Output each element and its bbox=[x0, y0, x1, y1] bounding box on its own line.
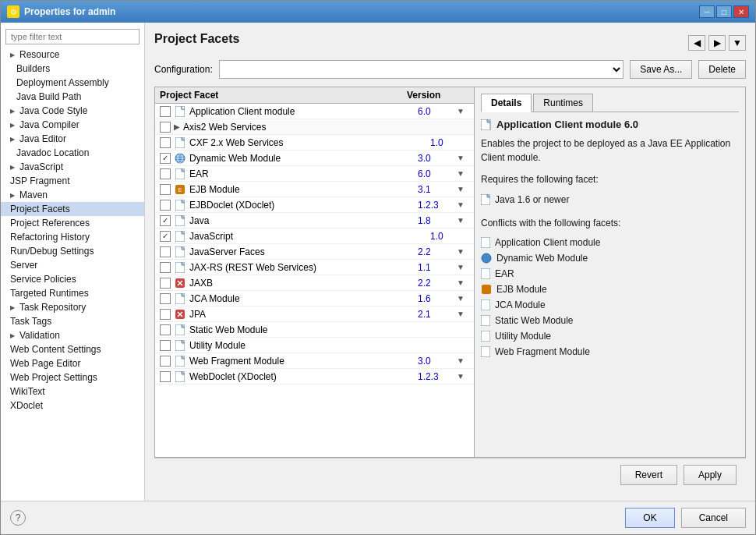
table-row[interactable]: E EJB Module 3.1 ▼ bbox=[155, 182, 474, 197]
facet-checkbox-utility[interactable] bbox=[160, 340, 171, 351]
cancel-button[interactable]: Cancel bbox=[681, 508, 746, 528]
table-row[interactable]: JAXB 2.2 ▼ bbox=[155, 275, 474, 291]
table-row[interactable]: EJBDoclet (XDoclet) 1.2.3 ▼ bbox=[155, 197, 474, 213]
sidebar-item-javascript[interactable]: JavaScript bbox=[1, 160, 144, 174]
facet-checkbox-javascript[interactable] bbox=[160, 231, 171, 242]
svg-rect-49 bbox=[481, 315, 490, 326]
facet-checkbox-jaxrs[interactable] bbox=[160, 262, 171, 273]
sidebar-item-service-policies[interactable]: Service Policies bbox=[1, 272, 144, 286]
filter-input[interactable] bbox=[5, 29, 140, 44]
sidebar-item-java-build-path[interactable]: Java Build Path bbox=[1, 90, 144, 104]
facet-checkbox-axis2[interactable] bbox=[160, 122, 171, 133]
sidebar-item-wikitext-label: WikiText bbox=[10, 386, 45, 397]
table-row[interactable]: JavaScript 1.0 bbox=[155, 229, 474, 244]
minimize-button[interactable]: ─ bbox=[699, 5, 715, 18]
sidebar-item-project-facets[interactable]: Project Facets bbox=[1, 202, 144, 216]
facet-icon-globe bbox=[174, 153, 186, 164]
facet-name: Utility Module bbox=[189, 340, 430, 351]
facet-icon-orange: E bbox=[174, 184, 186, 195]
facet-checkbox-jca[interactable] bbox=[160, 293, 171, 304]
table-row[interactable]: WebDoclet (XDoclet) 1.2.3 ▼ bbox=[155, 369, 474, 384]
sidebar-item-project-references-label: Project References bbox=[10, 218, 90, 229]
table-row[interactable]: JPA 2.1 ▼ bbox=[155, 306, 474, 322]
window-icon: ⚙ bbox=[7, 5, 19, 18]
svg-rect-50 bbox=[481, 331, 490, 342]
facet-icon-doc bbox=[174, 293, 186, 304]
config-select[interactable] bbox=[219, 60, 624, 79]
sidebar-item-resource[interactable]: Resource bbox=[1, 48, 144, 62]
conflict-item: EJB Module bbox=[481, 282, 739, 297]
sidebar-item-java-compiler[interactable]: Java Compiler bbox=[1, 118, 144, 132]
apply-button[interactable]: Apply bbox=[684, 465, 737, 485]
conflict-icon bbox=[481, 331, 490, 342]
facet-checkbox-ear[interactable] bbox=[160, 168, 171, 179]
help-button[interactable]: ? bbox=[10, 510, 26, 526]
sidebar-item-web-project-settings-label: Web Project Settings bbox=[10, 372, 97, 383]
sidebar-item-targeted-runtimes[interactable]: Targeted Runtimes bbox=[1, 286, 144, 300]
sidebar-item-java-build-path-label: Java Build Path bbox=[16, 91, 81, 102]
revert-button[interactable]: Revert bbox=[620, 465, 677, 485]
table-row[interactable]: Dynamic Web Module 3.0 ▼ bbox=[155, 151, 474, 166]
facet-checkbox-java[interactable] bbox=[160, 215, 171, 226]
facet-checkbox-jaxb[interactable] bbox=[160, 278, 171, 289]
facet-checkbox-jsf[interactable] bbox=[160, 246, 171, 257]
sidebar-item-run-debug-settings[interactable]: Run/Debug Settings bbox=[1, 244, 144, 258]
table-row[interactable]: JavaServer Faces 2.2 ▼ bbox=[155, 244, 474, 260]
svg-text:E: E bbox=[178, 186, 182, 193]
delete-button[interactable]: Delete bbox=[698, 60, 746, 79]
table-row[interactable]: CXF 2.x Web Services 1.0 bbox=[155, 135, 474, 151]
table-row[interactable]: Java 1.8 ▼ bbox=[155, 213, 474, 229]
sidebar-item-wikitext[interactable]: WikiText bbox=[1, 384, 144, 399]
table-row[interactable]: Utility Module bbox=[155, 338, 474, 353]
ok-button[interactable]: OK bbox=[625, 508, 674, 528]
tab-details[interactable]: Details bbox=[481, 94, 532, 112]
facet-version: 1.0 bbox=[430, 231, 469, 242]
sidebar-item-web-content-settings[interactable]: Web Content Settings bbox=[1, 342, 144, 356]
facet-icon-doc bbox=[174, 246, 186, 257]
close-button[interactable]: ✕ bbox=[733, 5, 749, 18]
facet-checkbox-webdoclet[interactable] bbox=[160, 371, 171, 382]
table-row[interactable]: JCA Module 1.6 ▼ bbox=[155, 291, 474, 306]
sidebar-item-project-references[interactable]: Project References bbox=[1, 216, 144, 230]
facet-checkbox-web-fragment[interactable] bbox=[160, 356, 171, 367]
facet-checkbox-dynamic-web[interactable] bbox=[160, 153, 171, 164]
sidebar-item-java-editor[interactable]: Java Editor bbox=[1, 132, 144, 146]
sidebar-item-javadoc-location[interactable]: Javadoc Location bbox=[1, 146, 144, 160]
sidebar-item-refactoring-history-label: Refactoring History bbox=[10, 232, 90, 243]
facet-checkbox-ejbdoclet[interactable] bbox=[160, 200, 171, 211]
table-row[interactable]: Static Web Module bbox=[155, 322, 474, 338]
sidebar-item-task-tags[interactable]: Task Tags bbox=[1, 314, 144, 328]
sidebar-item-maven[interactable]: Maven bbox=[1, 188, 144, 202]
tab-runtimes[interactable]: Runtimes bbox=[533, 94, 593, 112]
sidebar-item-java-code-style[interactable]: Java Code Style bbox=[1, 104, 144, 118]
table-row[interactable]: EAR 6.0 ▼ bbox=[155, 166, 474, 182]
facet-version: 2.2 bbox=[418, 278, 457, 289]
conflict-icon bbox=[481, 346, 490, 357]
facet-checkbox-cxf[interactable] bbox=[160, 137, 171, 148]
facet-checkbox-static-web[interactable] bbox=[160, 324, 171, 335]
facet-checkbox-app-client[interactable] bbox=[160, 106, 171, 117]
table-row[interactable]: ▶ Axis2 Web Services bbox=[155, 119, 474, 135]
sidebar-item-builders[interactable]: Builders bbox=[1, 62, 144, 76]
save-as-button[interactable]: Save As... bbox=[630, 60, 692, 79]
table-row[interactable]: JAX-RS (REST Web Services) 1.1 ▼ bbox=[155, 260, 474, 275]
sidebar-item-xdoclet[interactable]: XDoclet bbox=[1, 399, 144, 413]
sidebar: Resource Builders Deployment Assembly Ja… bbox=[1, 23, 145, 501]
facet-checkbox-ejb[interactable] bbox=[160, 184, 171, 195]
sidebar-item-refactoring-history[interactable]: Refactoring History bbox=[1, 230, 144, 244]
conflict-icon bbox=[481, 315, 490, 326]
maximize-button[interactable]: □ bbox=[716, 5, 732, 18]
sidebar-item-deployment-assembly[interactable]: Deployment Assembly bbox=[1, 76, 144, 90]
facet-checkbox-jpa[interactable] bbox=[160, 309, 171, 320]
sidebar-item-task-repository[interactable]: Task Repository bbox=[1, 300, 144, 314]
forward-button[interactable]: ▶ bbox=[708, 35, 726, 51]
sidebar-item-web-project-settings[interactable]: Web Project Settings bbox=[1, 370, 144, 384]
sidebar-item-jsp-fragment[interactable]: JSP Fragment bbox=[1, 174, 144, 188]
table-row[interactable]: Application Client module 6.0 ▼ bbox=[155, 104, 474, 119]
sidebar-item-web-page-editor[interactable]: Web Page Editor bbox=[1, 356, 144, 370]
nav-dropdown-button[interactable]: ▼ bbox=[729, 35, 746, 51]
back-button[interactable]: ◀ bbox=[688, 35, 705, 51]
sidebar-item-validation[interactable]: Validation bbox=[1, 328, 144, 342]
table-row[interactable]: Web Fragment Module 3.0 ▼ bbox=[155, 353, 474, 369]
sidebar-item-server[interactable]: Server bbox=[1, 258, 144, 272]
